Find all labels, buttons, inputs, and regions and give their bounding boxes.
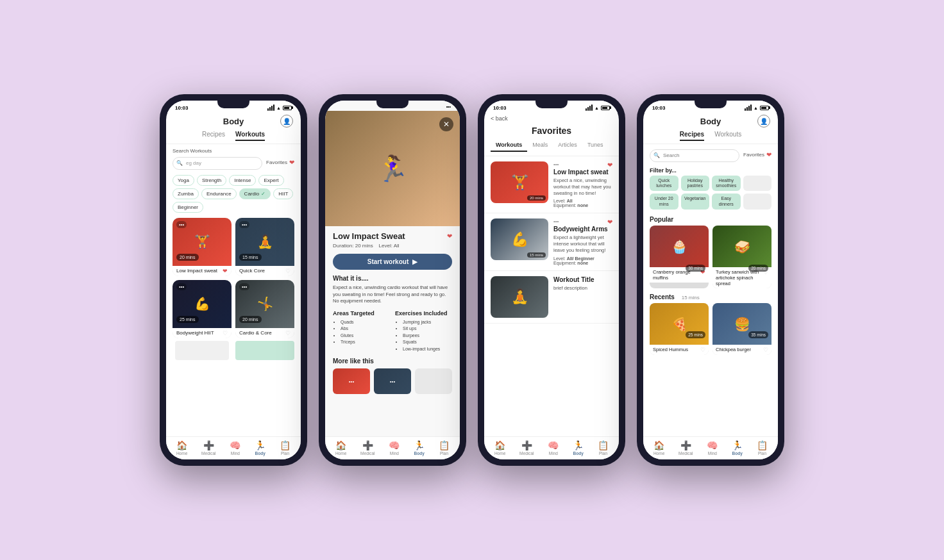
chip-endurance[interactable]: Endurance	[201, 188, 237, 199]
fav-card-2[interactable]: 💪 15 mins ••• ❤ Bodyweight Arms Expect a…	[484, 213, 619, 270]
back-button-3[interactable]: < back	[484, 113, 619, 124]
filter-holiday[interactable]: Holiday pastries	[681, 176, 710, 192]
more-preview-3[interactable]	[415, 368, 452, 394]
recipe-heart-3[interactable]: ♡	[700, 347, 705, 353]
fav-card-3[interactable]: 🧘 Workout Title brief description	[484, 271, 619, 324]
nav-medical-4[interactable]: ➕ Medical	[678, 440, 693, 456]
more-dots-2[interactable]: •••	[239, 221, 249, 228]
mind-icon-2: 🧠	[389, 440, 400, 450]
fav-equipment-1: Equipment: none	[553, 203, 612, 208]
filter-under20[interactable]: Under 20 mins	[650, 194, 678, 210]
recipe-duration-4: 35 mins	[748, 331, 768, 338]
chip-zumba[interactable]: Zumba	[173, 188, 199, 199]
nav-label-home-1: Home	[176, 451, 187, 456]
search-input-4[interactable]	[650, 149, 739, 162]
recipe-heart-4[interactable]: ♡	[763, 347, 768, 353]
fav-card-1[interactable]: 🏋️ 20 mins ••• ❤ Low Impact sweat Expect…	[484, 156, 619, 213]
workout-card-1[interactable]: 🏋️ ••• 20 mins Low Impact sweat ❤	[173, 218, 232, 276]
nav-plan-3[interactable]: 📋 Plan	[598, 440, 609, 456]
profile-icon-4[interactable]: 👤	[757, 115, 770, 128]
three-dots-2[interactable]: •••	[553, 218, 559, 224]
detail-heart[interactable]: ❤	[447, 233, 452, 240]
nav-mind-4[interactable]: 🧠 Mind	[707, 440, 718, 456]
nav-plan-2[interactable]: 📋 Plan	[439, 440, 450, 456]
nav-mind-1[interactable]: 🧠 Mind	[230, 440, 240, 456]
fav-heart-1[interactable]: ❤	[607, 161, 612, 169]
filter-veg[interactable]: Vegetarian	[681, 194, 710, 210]
tab-workouts-4[interactable]: Workouts	[714, 131, 741, 141]
tab-articles-3[interactable]: Articles	[553, 140, 582, 152]
recents-label: Recents 15 mins	[643, 291, 778, 303]
recipe-card-1[interactable]: 🧁 30 mins Cranberry orange muffins ❤	[650, 226, 709, 288]
tab-tunes-3[interactable]: Tunes	[582, 140, 609, 152]
profile-icon-1[interactable]: 👤	[280, 115, 293, 128]
filter-smoothies[interactable]: Healthy smoothies	[712, 176, 741, 192]
more-dots-p1: •••	[349, 379, 354, 384]
workout-heart-1[interactable]: ❤	[223, 268, 228, 274]
nav-body-1[interactable]: 🏃 Body	[255, 440, 266, 456]
tab-recipes-1[interactable]: Recipes	[202, 131, 225, 141]
home-icon-4: 🏠	[653, 440, 664, 450]
recipe-footer-3: Spiced Hummus ♡	[650, 345, 709, 355]
more-dots-4[interactable]: •••	[239, 283, 249, 290]
more-preview-2[interactable]: •••	[374, 368, 411, 394]
filter-easy[interactable]: Easy dinners	[712, 194, 741, 210]
time-3: 10:03	[493, 105, 506, 111]
search-input-1[interactable]	[173, 157, 262, 170]
chip-hiit[interactable]: HIIT	[273, 188, 293, 199]
phone-3: 10:03 ▲ < back Favorites	[478, 94, 625, 466]
nav-home-3[interactable]: 🏠 Home	[494, 440, 505, 456]
nav-home-4[interactable]: 🏠 Home	[653, 440, 664, 456]
more-dots-3[interactable]: •••	[176, 283, 187, 290]
nav-medical-1[interactable]: ➕ Medical	[201, 440, 215, 456]
filter-by-label: Filter by...	[643, 165, 778, 176]
nav-body-4[interactable]: 🏃 Body	[732, 440, 743, 456]
more-previews: ••• •••	[333, 368, 452, 394]
recipe-card-4[interactable]: 🍔 35 mins Chickpea burger ♡	[712, 303, 771, 355]
recipe-name-4: Chickpea burger	[716, 347, 763, 352]
nav-mind-2[interactable]: 🧠 Mind	[389, 440, 400, 456]
search-section-4: 🔍 Favorites ❤	[643, 144, 778, 165]
workout-card-4[interactable]: 🤸 ••• 20 mins Cardio & Core ♡	[235, 280, 294, 338]
nav-home-1[interactable]: 🏠 Home	[176, 440, 187, 456]
more-preview-1[interactable]: •••	[333, 368, 370, 394]
recipe-card-2[interactable]: 🥪 20 mins Turkey sanwich with artichoke …	[712, 226, 771, 288]
start-workout-button[interactable]: Start workout ▶	[333, 254, 452, 270]
tab-recipes-4[interactable]: Recipes	[680, 131, 704, 141]
chip-strength[interactable]: Strength	[197, 175, 226, 186]
nav-plan-4[interactable]: 📋 Plan	[757, 440, 768, 456]
detail-close-btn[interactable]: ✕	[439, 117, 453, 131]
favorites-btn-1[interactable]: Favorites ❤	[266, 159, 294, 166]
workout-card-2[interactable]: 🧘 ••• 15 mins Quick Core ♡	[235, 218, 294, 276]
nav-medical-2[interactable]: ➕ Medical	[360, 440, 375, 456]
chip-beginner[interactable]: Beginner	[173, 202, 203, 213]
chip-cardio[interactable]: Cardio ✓	[239, 188, 271, 199]
nav-home-2[interactable]: 🏠 Home	[335, 440, 346, 456]
three-dots-1[interactable]: •••	[553, 161, 559, 167]
chip-expert[interactable]: Expert	[258, 175, 283, 186]
recipe-footer-4: Chickpea burger ♡	[712, 345, 771, 355]
tab-meals-3[interactable]: Meals	[527, 140, 553, 152]
workout-heart-2[interactable]: ♡	[285, 268, 291, 274]
nav-mind-3[interactable]: 🧠 Mind	[548, 440, 559, 456]
nav-body-3[interactable]: 🏃 Body	[573, 440, 584, 456]
workout-heart-4[interactable]: ♡	[285, 330, 291, 336]
recipe-card-3[interactable]: 🍕 25 mins Spiced Hummus ♡	[650, 303, 709, 355]
more-dots-1[interactable]: •••	[176, 221, 187, 228]
wifi-icon-1: ▲	[276, 106, 281, 110]
nav-plan-1[interactable]: 📋 Plan	[280, 440, 291, 456]
chip-intense[interactable]: Intense	[229, 175, 256, 186]
fav-heart-2[interactable]: ❤	[607, 218, 612, 226]
tab-workouts-1[interactable]: Workouts	[235, 131, 265, 141]
workout-card-3[interactable]: 💪 ••• 25 mins Bodyweight HIIT ♡	[173, 280, 232, 338]
filter-quick-lunches[interactable]: Quick lunches	[650, 176, 678, 192]
tab-workouts-3[interactable]: Workouts	[491, 140, 527, 152]
nav-label-plan-2: Plan	[440, 451, 448, 456]
nav-body-2[interactable]: 🏃 Body	[414, 440, 425, 456]
nav-medical-3[interactable]: ➕ Medical	[519, 440, 534, 456]
phone-3-screen: 10:03 ▲ < back Favorites	[484, 101, 619, 459]
favorites-btn-4[interactable]: Favorites ❤	[743, 151, 771, 158]
workout-heart-3[interactable]: ♡	[223, 330, 228, 336]
notch-1	[217, 101, 249, 108]
chip-yoga[interactable]: Yoga	[173, 175, 194, 186]
